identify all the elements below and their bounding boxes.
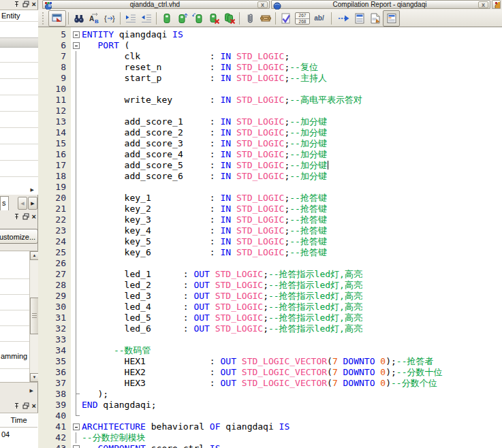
analyze-icon[interactable] [278, 11, 294, 26]
code-line[interactable]: 11 write_key : IN STD_LOGIC;--高电平表示答对 [38, 95, 502, 106]
code-text[interactable]: --数码管 [82, 345, 151, 356]
pin-icon[interactable] [14, 1, 20, 7]
code-text[interactable]: start_p : IN STD_LOGIC;--主持人 [82, 73, 327, 84]
doc-outline-icon[interactable] [351, 11, 367, 26]
tab-compilation-report[interactable]: Compilation Report - qiangdaqi x [271, 0, 490, 9]
indent-icon[interactable] [123, 11, 138, 26]
code-line[interactable]: 41ARCHITECTURE behavioral OF qiangdaqi I… [38, 421, 502, 432]
bookmark-delete-icon[interactable] [206, 11, 221, 26]
bookmark-next-icon[interactable] [174, 11, 190, 26]
tasks-scrollbar[interactable]: ▲ ▼ [29, 251, 38, 382]
code-line[interactable]: 25 key_6 : IN STD_LOGIC;--抢答键 [38, 247, 502, 258]
code-text[interactable]: led_1 : OUT STD_LOGIC;--抢答指示led灯,高亮 [82, 269, 362, 280]
pin-icon[interactable] [14, 402, 20, 409]
code-text[interactable]: reset_n : IN STD_LOGIC;--复位 [82, 62, 318, 73]
restore-icon[interactable] [22, 1, 29, 7]
code-line[interactable]: 13 add_score_1 : IN STD_LOGIC;--加分键 [38, 116, 502, 127]
code-text[interactable]: clk : IN STD_LOGIC; [82, 51, 289, 62]
code-area[interactable]: 5ENTITY qiangdaqi IS6 PORT (7 clk : IN S… [38, 29, 502, 448]
code-text[interactable]: --分数控制模块 [82, 432, 146, 443]
code-line[interactable]: 6 PORT ( [38, 40, 502, 51]
code-line[interactable]: 9 start_p : IN STD_LOGIC;--主持人 [38, 73, 502, 84]
code-line[interactable]: 15 add_score_3 : IN STD_LOGIC;--加分键 [38, 138, 502, 149]
code-text[interactable]: HEX2 : OUT STD_LOGIC_VECTOR(7 DOWNTO 0);… [82, 367, 442, 378]
doc-view-icon[interactable] [383, 10, 400, 27]
tab-scroll-right-icon[interactable]: ▶ [28, 197, 37, 210]
code-line[interactable]: 31 led_5 : OUT STD_LOGIC;--抢答指示led灯,高亮 [38, 313, 502, 323]
code-text[interactable]: HEX1 : OUT STD_LOGIC_VECTOR(7 DOWNTO 0);… [82, 356, 433, 367]
code-text[interactable]: key_6 : IN STD_LOGIC;--抢答键 [82, 247, 327, 258]
code-line[interactable]: 7 clk : IN STD_LOGIC; [38, 51, 502, 62]
code-text[interactable]: HEX3 : OUT STD_LOGIC_VECTOR(7 DOWNTO 0)-… [82, 378, 437, 389]
code-line[interactable]: 32 led_6 : OUT STD_LOGIC;--抢答指示led灯,高亮 [38, 323, 502, 334]
insert-template-icon[interactable] [257, 11, 273, 26]
fold-collapse-icon[interactable] [71, 29, 82, 40]
navigator-tab[interactable]: s [0, 196, 9, 210]
close-icon[interactable]: x [257, 1, 268, 8]
bookmark-previous-icon[interactable] [190, 11, 206, 26]
close-icon[interactable]: × [32, 1, 36, 7]
code-line[interactable]: 43 COMPONENT score_ctrl IS [38, 443, 502, 448]
code-line[interactable]: 34 --数码管 [38, 345, 502, 356]
code-line[interactable]: 24 key_5 : IN STD_LOGIC;--抢答键 [38, 236, 502, 247]
code-text[interactable]: ENTITY qiangdaqi IS [82, 29, 183, 40]
code-line[interactable]: 36 HEX2 : OUT STD_LOGIC_VECTOR(7 DOWNTO … [38, 367, 502, 378]
document-window-icon[interactable] [48, 10, 66, 27]
code-text[interactable]: write_key : IN STD_LOGIC;--高电平表示答对 [82, 95, 362, 106]
code-text[interactable]: add_score_5 : IN STD_LOGIC;--加分键 [82, 160, 328, 171]
pin-icon[interactable] [14, 213, 20, 220]
close-icon[interactable]: × [32, 402, 36, 409]
code-line[interactable]: 14 add_score_2 : IN STD_LOGIC;--加分键 [38, 127, 502, 138]
code-text[interactable]: key_5 : IN STD_LOGIC;--抢答键 [82, 236, 327, 247]
tab-scroll-left-icon[interactable]: ◀ [18, 197, 27, 210]
code-line[interactable]: 33 [38, 334, 502, 345]
code-text[interactable]: led_4 : OUT STD_LOGIC;--抢答指示led灯,高亮 [82, 302, 362, 313]
code-text[interactable]: key_3 : IN STD_LOGIC;--抢答键 [82, 214, 327, 225]
code-text[interactable]: led_6 : OUT STD_LOGIC;--抢答指示led灯,高亮 [82, 323, 362, 334]
hscroll-right-icon[interactable]: ▶ [30, 388, 33, 394]
code-line[interactable]: 22 key_3 : IN STD_LOGIC;--抢答键 [38, 214, 502, 225]
code-line[interactable]: 38 ); [38, 389, 502, 400]
comment-icon[interactable]: ab/ [311, 11, 327, 26]
code-text[interactable]: add_score_2 : IN STD_LOGIC;--加分键 [82, 127, 327, 138]
code-line[interactable]: 23 key_4 : IN STD_LOGIC;--抢答键 [38, 225, 502, 236]
tab-title[interactable]: Compilation Report - qiangdaqi [281, 1, 478, 8]
bookmark-delete-all-icon[interactable] [221, 11, 237, 26]
code-text[interactable]: led_2 : OUT STD_LOGIC;--抢答指示led灯,高亮 [82, 280, 362, 291]
code-text[interactable]: ARCHITECTURE behavioral OF qiangdaqi IS [82, 421, 289, 432]
customize-button[interactable]: Customize... [0, 229, 38, 244]
code-text[interactable]: PORT ( [82, 40, 129, 51]
code-text[interactable]: END qiangdaqi; [82, 400, 157, 411]
fold-collapse-icon[interactable] [71, 443, 82, 448]
code-line[interactable]: 16 add_score_4 : IN STD_LOGIC;--加分键 [38, 149, 502, 160]
code-line[interactable]: 18 add_score_6 : IN STD_LOGIC;--加分键 [38, 171, 502, 182]
fold-collapse-icon[interactable] [71, 40, 82, 51]
matching-delimiter-icon[interactable]: {} [102, 11, 118, 26]
code-line[interactable]: 8 reset_n : IN STD_LOGIC;--复位 [38, 62, 502, 73]
code-text[interactable]: add_score_4 : IN STD_LOGIC;--加分键 [82, 149, 327, 160]
find-icon[interactable] [71, 11, 87, 26]
tab-fragment[interactable] [492, 0, 501, 9]
code-text[interactable]: led_3 : OUT STD_LOGIC;--抢答指示led灯,高亮 [82, 291, 362, 302]
code-line[interactable]: 30 led_4 : OUT STD_LOGIC;--抢答指示led灯,高亮 [38, 302, 502, 313]
code-text[interactable]: key_1 : IN STD_LOGIC;--抢答键 [82, 193, 327, 204]
restore-icon[interactable] [22, 402, 29, 409]
code-line[interactable]: 39END qiangdaqi; [38, 400, 502, 411]
doc-edit-icon[interactable] [367, 11, 383, 26]
time-column-header[interactable]: Time [0, 413, 37, 428]
navigator-selected-row[interactable] [0, 37, 38, 48]
close-icon[interactable]: x [478, 1, 488, 8]
code-line[interactable]: 27 led_1 : OUT STD_LOGIC;--抢答指示led灯,高亮 [38, 269, 502, 280]
project-navigator[interactable]: Entity ▶ [0, 10, 38, 195]
close-icon[interactable]: × [32, 213, 36, 220]
code-text[interactable]: key_2 : IN STD_LOGIC;--抢答键 [82, 204, 327, 214]
code-line[interactable]: 21 key_2 : IN STD_LOGIC;--抢答键 [38, 204, 502, 214]
code-text[interactable]: add_score_6 : IN STD_LOGIC;--加分键 [82, 171, 327, 182]
tasks-list[interactable]: amming fil ▲ ▼ [0, 251, 38, 383]
line-count-icon[interactable]: 267268 [294, 11, 311, 26]
code-line[interactable]: 20 key_1 : IN STD_LOGIC;--抢答键 [38, 193, 502, 204]
code-text[interactable]: led_5 : OUT STD_LOGIC;--抢答指示led灯,高亮 [82, 313, 362, 323]
outdent-icon[interactable] [138, 11, 154, 26]
tab-stop-icon[interactable] [336, 11, 351, 26]
code-text[interactable]: add_score_1 : IN STD_LOGIC;--加分键 [82, 116, 327, 127]
